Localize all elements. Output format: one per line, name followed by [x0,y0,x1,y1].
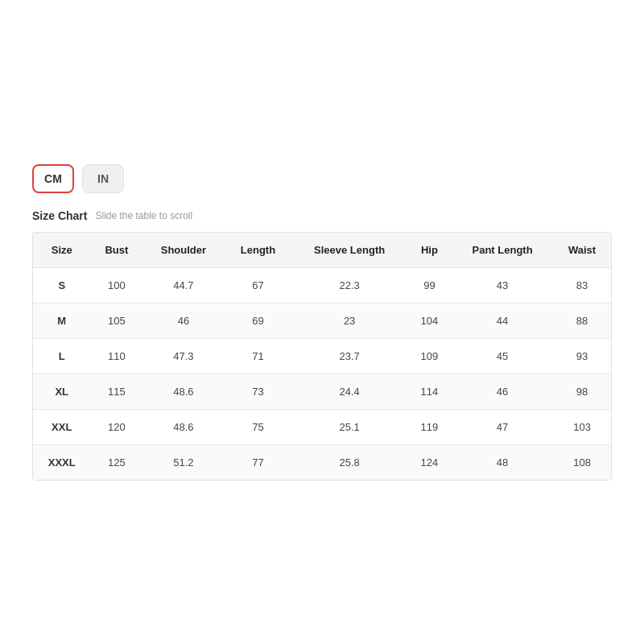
table-header-cell: Length [225,233,292,268]
table-header-cell: Waist [553,233,611,268]
table-cell: 45 [452,338,553,374]
table-cell: XL [33,374,91,409]
table-cell: 104 [407,303,452,338]
table-cell: 77 [225,444,292,480]
table-cell: 99 [407,267,452,303]
size-chart-header: Size Chart Slide the table to scroll [32,209,612,222]
table-cell: 69 [225,303,292,338]
table-header-cell: Size [33,233,91,268]
table-cell: 88 [553,303,611,338]
main-container: CM IN Size Chart Slide the table to scro… [16,140,628,505]
table-cell: 73 [225,374,292,409]
table-cell: 51.2 [142,444,224,480]
table-header-cell: Shoulder [142,233,224,268]
size-chart-title: Size Chart [32,209,87,222]
table-cell: 23 [291,303,407,338]
table-cell: 108 [553,444,611,480]
table-cell: 119 [407,409,452,444]
table-cell: 98 [553,374,611,409]
table-cell: 47.3 [142,338,224,374]
table-cell: 114 [407,374,452,409]
table-cell: 71 [225,338,292,374]
table-cell: 115 [91,374,143,409]
table-cell: XXXL [33,444,91,480]
table-cell: 103 [553,409,611,444]
table-cell: 23.7 [291,338,407,374]
table-cell: 110 [91,338,143,374]
table-cell: 48.6 [142,409,224,444]
table-cell: 25.8 [291,444,407,480]
table-cell: 83 [553,267,611,303]
table-cell: 44 [452,303,553,338]
table-header-cell: Pant Length [452,233,553,268]
table-cell: 43 [452,267,553,303]
table-cell: M [33,303,91,338]
table-body: S10044.76722.3994383M1054669231044488L11… [33,267,611,480]
table-cell: 48 [452,444,553,480]
table-cell: 25.1 [291,409,407,444]
in-button[interactable]: IN [82,164,124,193]
size-chart-table: SizeBustShoulderLengthSleeve LengthHipPa… [33,233,611,480]
table-row: L11047.37123.71094593 [33,338,611,374]
table-cell: 47 [452,409,553,444]
table-cell: 125 [91,444,143,480]
table-header-cell: Sleeve Length [291,233,407,268]
table-header-cell: Bust [91,233,143,268]
table-header-cell: Hip [407,233,452,268]
unit-toggle-group: CM IN [32,164,612,193]
table-cell: 46 [452,374,553,409]
cm-button[interactable]: CM [32,164,74,193]
table-cell: 93 [553,338,611,374]
table-row: M1054669231044488 [33,303,611,338]
table-row: XXXL12551.27725.812448108 [33,444,611,480]
table-cell: 46 [142,303,224,338]
table-cell: 124 [407,444,452,480]
table-cell: 109 [407,338,452,374]
table-row: XXL12048.67525.111947103 [33,409,611,444]
table-cell: S [33,267,91,303]
table-cell: 44.7 [142,267,224,303]
table-cell: XXL [33,409,91,444]
table-cell: 120 [91,409,143,444]
table-cell: 67 [225,267,292,303]
table-row: S10044.76722.3994383 [33,267,611,303]
table-cell: 75 [225,409,292,444]
table-cell: 24.4 [291,374,407,409]
size-chart-table-wrapper: SizeBustShoulderLengthSleeve LengthHipPa… [32,232,612,481]
table-cell: L [33,338,91,374]
size-chart-hint: Slide the table to scroll [95,210,192,221]
table-row: XL11548.67324.41144698 [33,374,611,409]
table-cell: 105 [91,303,143,338]
table-cell: 100 [91,267,143,303]
table-cell: 48.6 [142,374,224,409]
table-cell: 22.3 [291,267,407,303]
table-header-row: SizeBustShoulderLengthSleeve LengthHipPa… [33,233,611,268]
